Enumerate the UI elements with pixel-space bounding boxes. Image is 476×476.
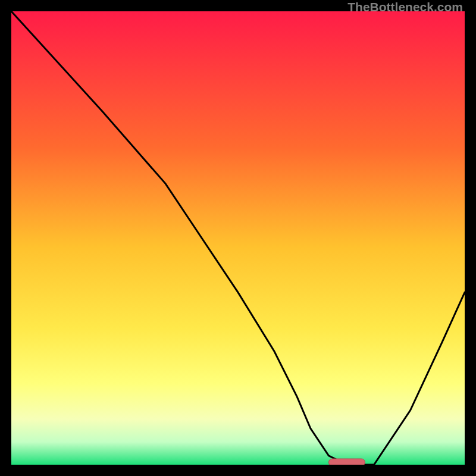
watermark-text: TheBottleneck.com bbox=[347, 0, 463, 14]
bottleneck-chart bbox=[11, 11, 465, 465]
gradient-background bbox=[11, 11, 465, 465]
optimal-marker bbox=[328, 459, 365, 465]
chart-frame bbox=[11, 11, 465, 465]
